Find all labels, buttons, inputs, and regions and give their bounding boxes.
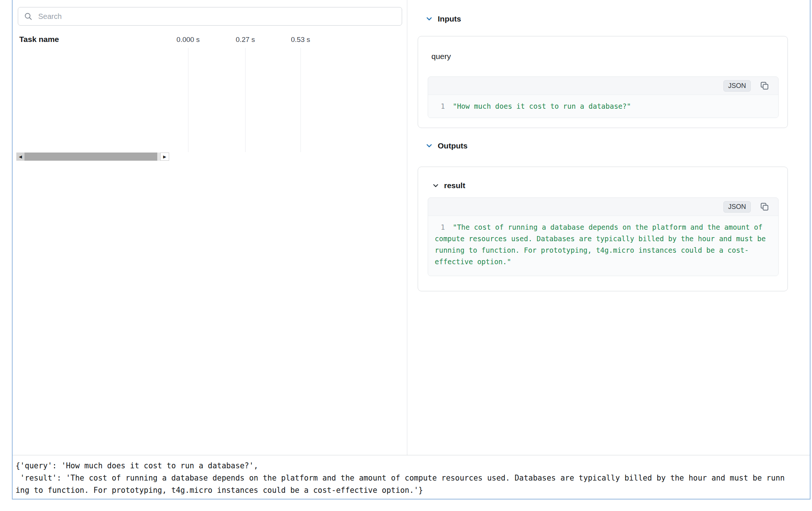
json-format-toggle[interactable]: JSON [723, 201, 751, 213]
timeline-tick: 0.53 s [291, 36, 310, 44]
outputs-section-title: Outputs [438, 141, 467, 150]
timeline-gridline [188, 48, 188, 152]
console-line: {'query': 'How much does it cost to run … [16, 460, 806, 472]
code-block-toolbar: JSON [428, 77, 778, 95]
search-icon [24, 12, 33, 21]
console-line: 'result': 'The cost of running a databas… [16, 472, 806, 484]
line-number: 1 [435, 102, 453, 110]
scroll-left-arrow-icon[interactable]: ◀ [16, 153, 24, 161]
copy-icon [760, 81, 769, 91]
scrollbar-thumb[interactable] [24, 153, 157, 161]
timeline-gridline [300, 48, 301, 152]
horizontal-scrollbar[interactable]: ◀ ▶ [16, 153, 169, 161]
result-collapsible-row[interactable]: result [432, 181, 465, 190]
output-code-block: JSON 1"The cost of running a database de… [428, 197, 779, 276]
tree-header: Task name 0.000 s0.27 s0.53 s [13, 32, 407, 48]
chevron-down-icon[interactable] [432, 182, 439, 189]
trace-tree-pane: Task name 0.000 s0.27 s0.53 s ◀ ▶ [13, 0, 407, 455]
output-field-name: result [444, 181, 465, 190]
scroll-right-arrow-icon[interactable]: ▶ [160, 153, 169, 161]
copy-icon [760, 202, 769, 212]
timeline-gridline [245, 48, 246, 152]
trace-viewer-cell: Task name 0.000 s0.27 s0.53 s ◀ ▶ Inputs… [12, 0, 811, 499]
task-name-header: Task name [19, 35, 59, 44]
timeline-tick: 0.27 s [236, 36, 255, 44]
input-code-block: JSON 1"How much does it cost to run a da… [428, 76, 779, 118]
copy-button[interactable] [760, 202, 769, 212]
search-input[interactable] [37, 12, 396, 21]
chevron-down-icon[interactable] [425, 15, 433, 23]
input-value: "How much does it cost to run a database… [453, 102, 631, 110]
inputs-card: query JSON 1"How much does it cost to ru… [418, 36, 788, 128]
input-code-body: 1"How much does it cost to run a databas… [428, 95, 778, 118]
output-code-body: 1"The cost of running a database depends… [428, 216, 778, 276]
console-line: ing to function. For prototyping, t4g.mi… [16, 484, 806, 497]
line-number: 1 [435, 223, 453, 231]
code-block-toolbar: JSON [428, 198, 778, 216]
outputs-card: result JSON 1"The cost of running a data… [418, 167, 788, 291]
copy-button[interactable] [760, 81, 769, 91]
inputs-section-header[interactable]: Inputs [425, 14, 461, 23]
input-field-name: query [431, 52, 451, 61]
json-format-toggle[interactable]: JSON [723, 80, 751, 92]
output-value: "The cost of running a database depends … [435, 223, 770, 266]
divider [13, 455, 810, 455]
timeline-tick: 0.000 s [177, 36, 200, 44]
console-output: {'query': 'How much does it cost to run … [16, 460, 806, 497]
trace-rows [13, 48, 407, 152]
outputs-section-header[interactable]: Outputs [425, 141, 467, 150]
search-box[interactable] [18, 7, 402, 26]
chevron-down-icon[interactable] [425, 142, 433, 150]
inputs-section-title: Inputs [438, 14, 461, 23]
